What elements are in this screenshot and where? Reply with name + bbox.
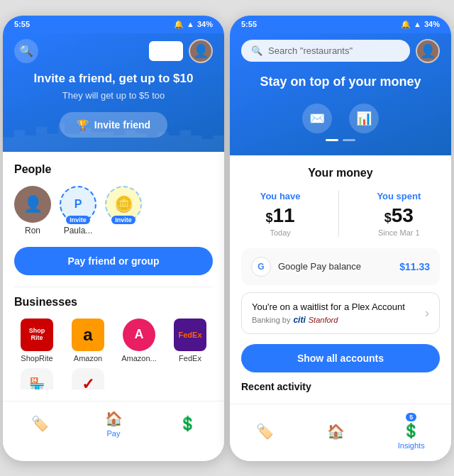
left-white-rect — [149, 41, 183, 61]
you-have-col: You have $11 Today — [260, 191, 301, 237]
right-signal-icon: 🔔 — [401, 20, 411, 29]
biz-extra2[interactable]: ✓ — [65, 368, 111, 389]
right-dollar-icon: 💲 — [402, 422, 420, 439]
ron-name: Ron — [25, 226, 40, 236]
ron-avatar: 👤 — [14, 186, 51, 223]
dollar-sign-2: $ — [384, 211, 392, 225]
right-tag-icon: 🏷️ — [256, 423, 274, 440]
your-money-title: Your money — [241, 167, 440, 179]
biz-shoprite[interactable]: ShopRite ShopRite — [14, 319, 60, 362]
extra-biz-row: 🏪 ✓ — [14, 368, 213, 389]
indicator-dots — [241, 139, 440, 141]
gpay-left: G Google Pay balance — [251, 257, 361, 277]
biz-amazon2[interactable]: A Amazon... — [116, 319, 162, 362]
fedex-name: FedEx — [179, 354, 201, 362]
left-header-top: 🔍 👤 — [14, 33, 213, 72]
right-header-top: 🔍 Search "restaurants" 👤 — [241, 33, 440, 74]
you-have-sub: Today — [260, 228, 301, 237]
nav-dollar[interactable]: 💲 — [170, 414, 205, 433]
right-search-icon: 🔍 — [251, 45, 262, 56]
right-bottom-nav: 🏷️ 🏠 5 💲 Insights — [230, 404, 451, 461]
left-white-body: People 👤 Ron P Invite Paula... — [3, 152, 224, 401]
paula-letter: P — [74, 198, 82, 211]
chart-icon-btn[interactable]: 📊 — [349, 104, 379, 133]
plex-banking: Banking by citi Stanford — [252, 315, 425, 325]
shoprite-name: ShopRite — [21, 354, 52, 362]
right-phone: 5:55 🔔 ▲ 34% 🔍 Search "restaurants" 👤 St… — [230, 16, 451, 461]
invite-badge2: Invite — [111, 216, 135, 224]
dot-1 — [326, 139, 338, 141]
amazon-a-logo: A — [123, 319, 155, 351]
you-have-label: You have — [260, 191, 301, 201]
nav-pay-label: Pay — [107, 429, 121, 438]
left-search-button[interactable]: 🔍 — [14, 39, 38, 63]
left-status-right: 🔔 ▲ 34% — [174, 20, 213, 29]
battery-icon: 34% — [197, 20, 213, 28]
amazon-logo: a — [72, 319, 104, 351]
invite-headline: Invite a friend, get up to $10 — [14, 72, 213, 86]
right-avatar[interactable]: 👤 — [416, 39, 440, 63]
nav-tag[interactable]: 🏷️ — [23, 414, 57, 433]
right-nav-home[interactable]: 🏠 — [319, 421, 353, 441]
nav-pay[interactable]: 🏠 Pay — [96, 409, 131, 439]
biz-amazon[interactable]: a Amazon — [65, 319, 111, 362]
insights-badge: 5 — [406, 413, 416, 421]
plex-left: You're on a waitlist for a Plex Account … — [252, 301, 425, 325]
right-search-placeholder: Search "restaurants" — [268, 45, 353, 56]
section-divider-1 — [14, 287, 213, 287]
home-icon-left: 🏠 — [105, 410, 123, 427]
people-section-title: People — [14, 163, 213, 176]
dot-2 — [343, 139, 355, 141]
you-spent-col: You spent $53 Since Mar 1 — [377, 191, 421, 237]
show-all-accounts-button[interactable]: Show all accounts — [241, 344, 440, 372]
plex-title: You're on a waitlist for a Plex Account — [252, 301, 425, 312]
money-divider — [338, 191, 339, 237]
paula-avatar: P Invite — [60, 186, 96, 223]
right-header-icons: ✉️ 📊 — [241, 104, 440, 133]
biz-extra1-logo: 🏪 — [21, 368, 53, 389]
shoprite-logo: ShopRite — [21, 319, 53, 351]
biz-extra1[interactable]: 🏪 — [14, 368, 60, 389]
right-nav-insights[interactable]: 5 💲 Insights — [389, 411, 433, 451]
you-spent-label: You spent — [377, 191, 421, 201]
mail-icon-btn[interactable]: ✉️ — [302, 104, 332, 133]
stanford-logo: Stanford — [309, 316, 338, 324]
biz-fedex[interactable]: FedEx FedEx — [167, 319, 213, 362]
left-bottom-nav: 🏷️ 🏠 Pay 💲 — [3, 401, 224, 449]
people-row: 👤 Ron P Invite Paula... 🪙 Invite — [14, 186, 213, 236]
right-status-bar: 5:55 🔔 ▲ 34% — [230, 16, 451, 33]
you-spent-amount: $53 — [377, 204, 421, 227]
left-status-bar: 5:55 🔔 ▲ 34% — [3, 16, 224, 33]
paula-invite-badge: Invite — [66, 216, 90, 224]
plex-card[interactable]: You're on a waitlist for a Plex Account … — [241, 292, 440, 334]
fedex-logo: FedEx — [174, 319, 206, 351]
money-row: You have $11 Today You spent $53 Since M… — [241, 191, 440, 237]
left-avatar[interactable]: 👤 — [189, 39, 213, 63]
signal-icon: 🔔 — [174, 20, 184, 29]
invite-sub: They will get up to $5 too — [14, 90, 213, 101]
right-nav-tag[interactable]: 🏷️ — [248, 421, 282, 441]
gpay-balance-row: G Google Pay balance $11.33 — [241, 248, 440, 285]
right-battery-text: 34% — [424, 20, 440, 28]
stay-headline: Stay on top of your money — [241, 74, 440, 89]
person-invite[interactable]: 🪙 Invite — [105, 186, 142, 226]
dollar-sign-1: $ — [266, 211, 273, 225]
right-blue-header: 🔍 Search "restaurants" 👤 Stay on top of … — [230, 33, 451, 155]
banking-by-label: Banking by — [252, 316, 290, 324]
pay-friend-button[interactable]: Pay friend or group — [14, 247, 213, 275]
dollar-icon-left: 💲 — [179, 415, 196, 432]
biz-extra2-logo: ✓ — [72, 368, 104, 389]
gpay-icon: G — [251, 257, 271, 277]
wifi-icon: ▲ — [187, 20, 194, 28]
gpay-balance-amount: $11.33 — [399, 261, 430, 272]
right-search-bar[interactable]: 🔍 Search "restaurants" — [241, 40, 410, 62]
invite-coin-icon: 🪙 — [114, 195, 133, 214]
you-have-amount: $11 — [260, 204, 301, 227]
invite-btn-label: Invite friend — [94, 119, 150, 131]
left-blue-header: 🔍 👤 Invite a friend, get up to $10 They … — [3, 33, 224, 152]
left-header-right: 👤 — [149, 39, 213, 63]
right-status-right: 🔔 ▲ 34% — [401, 20, 440, 29]
person-ron[interactable]: 👤 Ron — [14, 186, 51, 236]
person-paula[interactable]: P Invite Paula... — [60, 186, 96, 236]
chevron-right-icon: › — [425, 306, 429, 321]
